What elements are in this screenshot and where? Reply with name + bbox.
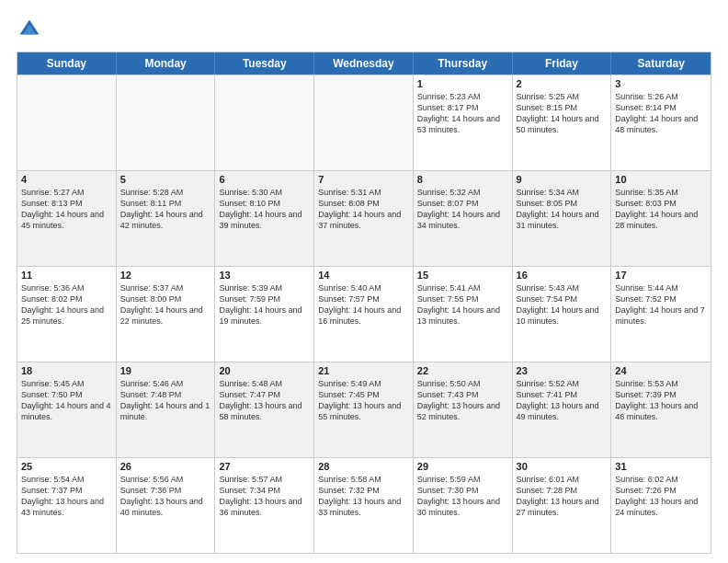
cell-info: Sunrise: 5:36 AMSunset: 8:02 PMDaylight:… <box>21 282 112 327</box>
day-number: 6 <box>219 174 310 185</box>
cell-info: Sunrise: 5:57 AMSunset: 7:34 PMDaylight:… <box>219 474 310 519</box>
cell-info: Sunrise: 5:44 AMSunset: 7:52 PMDaylight:… <box>615 282 707 327</box>
cal-cell: 10Sunrise: 5:35 AMSunset: 8:03 PMDayligh… <box>611 171 711 266</box>
logo-icon <box>17 17 42 42</box>
cell-info: Sunrise: 5:23 AMSunset: 8:17 PMDaylight:… <box>417 91 508 136</box>
week-5: 25Sunrise: 5:54 AMSunset: 7:37 PMDayligh… <box>17 457 711 553</box>
day-number: 15 <box>417 270 508 281</box>
day-number: 11 <box>21 270 112 281</box>
cell-info: Sunrise: 5:27 AMSunset: 8:13 PMDaylight:… <box>21 187 112 232</box>
week-1: 1Sunrise: 5:23 AMSunset: 8:17 PMDaylight… <box>17 75 711 170</box>
logo <box>17 17 46 42</box>
cell-info: Sunrise: 5:48 AMSunset: 7:47 PMDaylight:… <box>219 378 310 423</box>
header-day-tuesday: Tuesday <box>215 52 314 75</box>
cell-info: Sunrise: 6:01 AMSunset: 7:28 PMDaylight:… <box>517 474 608 519</box>
cell-info: Sunrise: 5:56 AMSunset: 7:36 PMDaylight:… <box>120 474 211 519</box>
cell-info: Sunrise: 5:49 AMSunset: 7:45 PMDaylight:… <box>318 378 409 423</box>
cal-cell: 22Sunrise: 5:50 AMSunset: 7:43 PMDayligh… <box>414 362 513 457</box>
cal-cell: 7Sunrise: 5:31 AMSunset: 8:08 PMDaylight… <box>314 171 414 266</box>
cal-cell: 1Sunrise: 5:23 AMSunset: 8:17 PMDaylight… <box>414 75 513 170</box>
header <box>17 17 711 42</box>
cell-info: Sunrise: 5:25 AMSunset: 8:15 PMDaylight:… <box>517 91 608 136</box>
day-number: 14 <box>318 270 409 281</box>
cal-cell <box>314 75 414 170</box>
cal-cell: 4Sunrise: 5:27 AMSunset: 8:13 PMDaylight… <box>17 171 117 266</box>
cal-cell: 15Sunrise: 5:41 AMSunset: 7:55 PMDayligh… <box>414 267 513 362</box>
cell-info: Sunrise: 5:32 AMSunset: 8:07 PMDaylight:… <box>417 187 508 232</box>
cal-cell: 25Sunrise: 5:54 AMSunset: 7:37 PMDayligh… <box>17 458 117 553</box>
cal-cell: 29Sunrise: 5:59 AMSunset: 7:30 PMDayligh… <box>414 458 513 553</box>
day-number: 3 <box>615 78 707 89</box>
cal-cell: 30Sunrise: 6:01 AMSunset: 7:28 PMDayligh… <box>513 458 612 553</box>
day-number: 19 <box>120 365 211 376</box>
cal-cell: 21Sunrise: 5:49 AMSunset: 7:45 PMDayligh… <box>314 362 414 457</box>
day-number: 10 <box>615 174 707 185</box>
cell-info: Sunrise: 5:59 AMSunset: 7:30 PMDaylight:… <box>417 474 508 519</box>
cell-info: Sunrise: 5:30 AMSunset: 8:10 PMDaylight:… <box>219 187 310 232</box>
day-number: 16 <box>517 270 608 281</box>
header-day-monday: Monday <box>117 52 216 75</box>
cell-info: Sunrise: 5:50 AMSunset: 7:43 PMDaylight:… <box>417 378 508 423</box>
day-number: 2 <box>517 78 608 89</box>
cell-info: Sunrise: 5:41 AMSunset: 7:55 PMDaylight:… <box>417 282 508 327</box>
cal-cell: 12Sunrise: 5:37 AMSunset: 8:00 PMDayligh… <box>117 267 216 362</box>
cell-info: Sunrise: 5:54 AMSunset: 7:37 PMDaylight:… <box>21 474 112 519</box>
cal-cell: 31Sunrise: 6:02 AMSunset: 7:26 PMDayligh… <box>611 458 711 553</box>
cal-cell <box>17 75 117 170</box>
cal-cell: 20Sunrise: 5:48 AMSunset: 7:47 PMDayligh… <box>215 362 314 457</box>
cell-info: Sunrise: 5:28 AMSunset: 8:11 PMDaylight:… <box>120 187 211 232</box>
calendar: SundayMondayTuesdayWednesdayThursdayFrid… <box>17 52 711 554</box>
day-number: 4 <box>21 174 112 185</box>
day-number: 1 <box>417 78 508 89</box>
header-day-wednesday: Wednesday <box>314 52 414 75</box>
cal-cell: 3Sunrise: 5:26 AMSunset: 8:14 PMDaylight… <box>611 75 711 170</box>
cal-cell: 17Sunrise: 5:44 AMSunset: 7:52 PMDayligh… <box>611 267 711 362</box>
cal-cell: 9Sunrise: 5:34 AMSunset: 8:05 PMDaylight… <box>513 171 612 266</box>
cal-cell: 18Sunrise: 5:45 AMSunset: 7:50 PMDayligh… <box>17 362 117 457</box>
week-4: 18Sunrise: 5:45 AMSunset: 7:50 PMDayligh… <box>17 362 711 457</box>
cal-cell: 13Sunrise: 5:39 AMSunset: 7:59 PMDayligh… <box>215 267 314 362</box>
day-number: 5 <box>120 174 211 185</box>
day-number: 31 <box>615 461 707 472</box>
day-number: 20 <box>219 365 310 376</box>
cell-info: Sunrise: 5:31 AMSunset: 8:08 PMDaylight:… <box>318 187 409 232</box>
cell-info: Sunrise: 5:43 AMSunset: 7:54 PMDaylight:… <box>517 282 608 327</box>
cal-cell <box>117 75 216 170</box>
cell-info: Sunrise: 6:02 AMSunset: 7:26 PMDaylight:… <box>615 474 707 519</box>
header-day-thursday: Thursday <box>414 52 513 75</box>
day-number: 28 <box>318 461 409 472</box>
cell-info: Sunrise: 5:46 AMSunset: 7:48 PMDaylight:… <box>120 378 211 423</box>
cell-info: Sunrise: 5:39 AMSunset: 7:59 PMDaylight:… <box>219 282 310 327</box>
day-number: 12 <box>120 270 211 281</box>
header-day-sunday: Sunday <box>17 52 117 75</box>
cal-cell: 24Sunrise: 5:53 AMSunset: 7:39 PMDayligh… <box>611 362 711 457</box>
day-number: 9 <box>517 174 608 185</box>
day-number: 27 <box>219 461 310 472</box>
cal-cell: 14Sunrise: 5:40 AMSunset: 7:57 PMDayligh… <box>314 267 414 362</box>
day-number: 7 <box>318 174 409 185</box>
calendar-body: 1Sunrise: 5:23 AMSunset: 8:17 PMDaylight… <box>17 75 711 553</box>
page: SundayMondayTuesdayWednesdayThursdayFrid… <box>0 0 728 563</box>
cell-info: Sunrise: 5:45 AMSunset: 7:50 PMDaylight:… <box>21 378 112 423</box>
day-number: 13 <box>219 270 310 281</box>
cal-cell: 8Sunrise: 5:32 AMSunset: 8:07 PMDaylight… <box>414 171 513 266</box>
day-number: 18 <box>21 365 112 376</box>
header-day-saturday: Saturday <box>611 52 711 75</box>
week-2: 4Sunrise: 5:27 AMSunset: 8:13 PMDaylight… <box>17 170 711 266</box>
day-number: 25 <box>21 461 112 472</box>
cal-cell: 2Sunrise: 5:25 AMSunset: 8:15 PMDaylight… <box>513 75 612 170</box>
calendar-header: SundayMondayTuesdayWednesdayThursdayFrid… <box>17 52 711 75</box>
cal-cell: 27Sunrise: 5:57 AMSunset: 7:34 PMDayligh… <box>215 458 314 553</box>
cal-cell: 23Sunrise: 5:52 AMSunset: 7:41 PMDayligh… <box>513 362 612 457</box>
cell-info: Sunrise: 5:37 AMSunset: 8:00 PMDaylight:… <box>120 282 211 327</box>
day-number: 26 <box>120 461 211 472</box>
cell-info: Sunrise: 5:35 AMSunset: 8:03 PMDaylight:… <box>615 187 707 232</box>
cal-cell: 11Sunrise: 5:36 AMSunset: 8:02 PMDayligh… <box>17 267 117 362</box>
day-number: 8 <box>417 174 508 185</box>
day-number: 29 <box>417 461 508 472</box>
cell-info: Sunrise: 5:58 AMSunset: 7:32 PMDaylight:… <box>318 474 409 519</box>
cell-info: Sunrise: 5:40 AMSunset: 7:57 PMDaylight:… <box>318 282 409 327</box>
day-number: 21 <box>318 365 409 376</box>
cal-cell: 19Sunrise: 5:46 AMSunset: 7:48 PMDayligh… <box>117 362 216 457</box>
day-number: 22 <box>417 365 508 376</box>
